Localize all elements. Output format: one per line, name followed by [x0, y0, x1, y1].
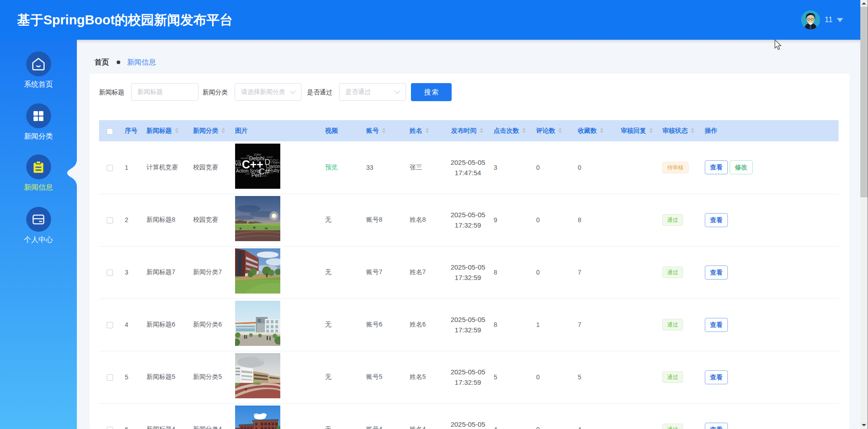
svg-text:Ada: Ada [235, 159, 241, 163]
svg-text:haskell: haskell [268, 172, 274, 174]
svg-text:ALGOL: ALGOL [259, 174, 267, 177]
svg-text:Objec: Objec [271, 160, 280, 164]
svg-text:pper: pper [235, 166, 241, 169]
svg-text:n-E5: n-E5 [245, 173, 250, 175]
svg-text:Eiffel: Eiffel [254, 153, 261, 156]
svg-text:JavaScript: JavaScript [241, 157, 253, 159]
